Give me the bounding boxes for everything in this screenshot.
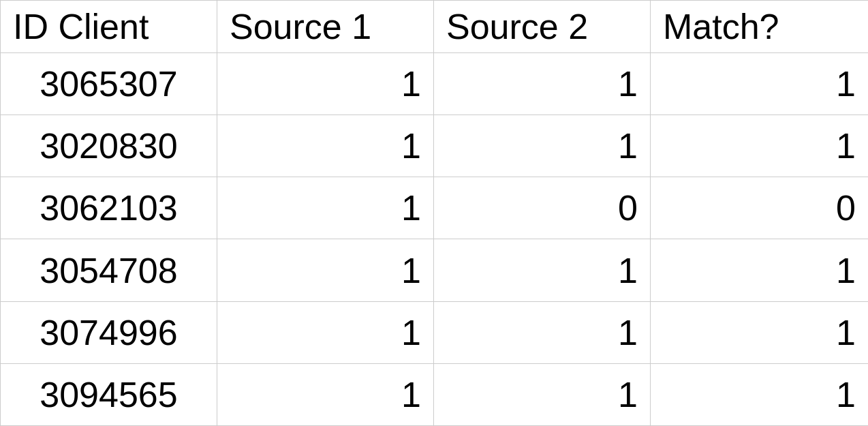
cell-source1: 1 <box>217 239 434 301</box>
table-row: 3065307111 <box>1 53 869 115</box>
cell-source1: 1 <box>217 301 434 363</box>
cell-match: 1 <box>651 115 869 177</box>
cell-id: 3062103 <box>1 177 217 239</box>
cell-source2: 1 <box>434 53 651 115</box>
cell-match: 1 <box>651 363 869 425</box>
cell-id: 3065307 <box>1 53 217 115</box>
data-table: ID Client Source 1 Source 2 Match? 30653… <box>0 0 868 426</box>
cell-source2: 1 <box>434 239 651 301</box>
cell-id: 3054708 <box>1 239 217 301</box>
table-row: 3020830111 <box>1 115 869 177</box>
cell-match: 0 <box>651 177 869 239</box>
cell-match: 1 <box>651 53 869 115</box>
cell-source1: 1 <box>217 177 434 239</box>
cell-source2: 0 <box>434 177 651 239</box>
cell-source1: 1 <box>217 53 434 115</box>
cell-source1: 1 <box>217 115 434 177</box>
cell-source2: 1 <box>434 115 651 177</box>
table-row: 3074996111 <box>1 301 869 363</box>
header-match: Match? <box>651 1 869 53</box>
cell-match: 1 <box>651 239 869 301</box>
header-source1: Source 1 <box>217 1 434 53</box>
header-source2: Source 2 <box>434 1 651 53</box>
cell-source2: 1 <box>434 301 651 363</box>
table-wrapper: ID Client Source 1 Source 2 Match? 30653… <box>0 0 868 426</box>
header-row: ID Client Source 1 Source 2 Match? <box>1 1 869 53</box>
cell-id: 3074996 <box>1 301 217 363</box>
cell-id: 3020830 <box>1 115 217 177</box>
cell-source1: 1 <box>217 363 434 425</box>
header-id: ID Client <box>1 1 217 53</box>
cell-match: 1 <box>651 301 869 363</box>
table-row: 3062103100 <box>1 177 869 239</box>
table-row: 3094565111 <box>1 363 869 425</box>
table-row: 3054708111 <box>1 239 869 301</box>
cell-source2: 1 <box>434 363 651 425</box>
cell-id: 3094565 <box>1 363 217 425</box>
